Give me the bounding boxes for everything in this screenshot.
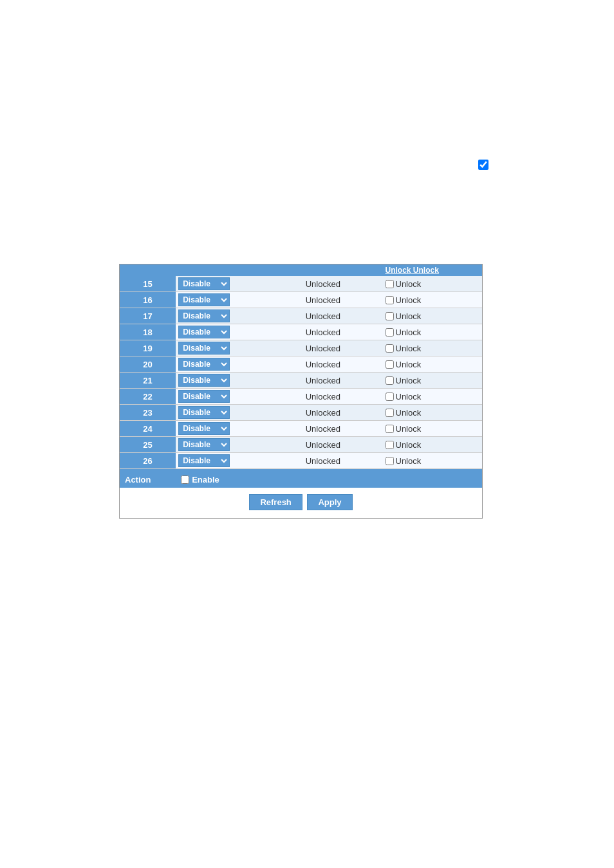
unlock-cell: Unlock (383, 437, 483, 453)
action-row: Action Enable (120, 472, 482, 488)
unlock-cell: Unlock (383, 373, 483, 389)
unlock-cell: Unlock (383, 405, 483, 421)
table-row: 20 DisableEnable Unlocked Unlock (120, 356, 482, 373)
unlock-checkbox[interactable] (386, 425, 394, 433)
port-number: 17 (120, 308, 176, 324)
action-select[interactable]: DisableEnable (178, 358, 230, 371)
unlock-checkbox[interactable] (386, 409, 394, 417)
port-number: 25 (120, 437, 176, 453)
partial-header-col2 (176, 264, 263, 276)
unlock-cell: Unlock (383, 453, 483, 469)
table-row: 25 DisableEnable Unlocked Unlock (120, 437, 482, 453)
page-wrapper: Unlock Unlock 15 DisableEnable Unlocked … (0, 0, 614, 868)
status-cell: Unlocked (263, 437, 382, 453)
action-select[interactable]: DisableEnable (178, 374, 230, 387)
action-select[interactable]: DisableEnable (178, 277, 230, 290)
unlock-checkbox[interactable] (386, 360, 394, 369)
port-number: 24 (120, 421, 176, 437)
action-cell[interactable]: DisableEnable (176, 437, 263, 453)
unlock-checkbox[interactable] (386, 457, 394, 465)
unlock-cell: Unlock (383, 421, 483, 437)
status-cell: Unlocked (263, 340, 382, 356)
enable-label: Enable (192, 475, 219, 485)
action-select[interactable]: DisableEnable (178, 406, 230, 419)
port-number: 16 (120, 292, 176, 308)
status-cell: Unlocked (263, 405, 382, 421)
port-number: 15 (120, 276, 176, 292)
action-cell[interactable]: DisableEnable (176, 453, 263, 469)
partial-header-row: Unlock Unlock (120, 264, 482, 276)
action-enable-cell: Enable (176, 472, 482, 488)
table-row: 18 DisableEnable Unlocked Unlock (120, 324, 482, 340)
table-row: 23 DisableEnable Unlocked Unlock (120, 405, 482, 421)
action-select[interactable]: DisableEnable (178, 342, 230, 355)
action-cell[interactable]: DisableEnable (176, 373, 263, 389)
status-cell: Unlocked (263, 389, 382, 405)
port-table: Unlock Unlock 15 DisableEnable Unlocked … (120, 264, 482, 488)
port-number: 18 (120, 324, 176, 340)
action-select[interactable]: DisableEnable (178, 422, 230, 435)
action-cell[interactable]: DisableEnable (176, 292, 263, 308)
status-cell: Unlocked (263, 356, 382, 373)
status-cell: Unlocked (263, 292, 382, 308)
table-row: 24 DisableEnable Unlocked Unlock (120, 421, 482, 437)
table-row: 22 DisableEnable Unlocked Unlock (120, 389, 482, 405)
action-cell[interactable]: DisableEnable (176, 340, 263, 356)
table-row: 21 DisableEnable Unlocked Unlock (120, 373, 482, 389)
refresh-button[interactable]: Refresh (249, 494, 302, 510)
top-checkbox[interactable] (478, 160, 488, 170)
table-row: 19 DisableEnable Unlocked Unlock (120, 340, 482, 356)
action-cell[interactable]: DisableEnable (176, 276, 263, 292)
table-row: 17 DisableEnable Unlocked Unlock (120, 308, 482, 324)
action-cell[interactable]: DisableEnable (176, 405, 263, 421)
action-label: Action (125, 475, 151, 485)
port-number: 23 (120, 405, 176, 421)
partial-header-col1 (120, 264, 176, 276)
unlock-cell: Unlock (383, 356, 483, 373)
unlock-cell: Unlock (383, 292, 483, 308)
apply-button[interactable]: Apply (307, 494, 352, 510)
unlock-checkbox[interactable] (386, 280, 394, 288)
unlock-checkbox[interactable] (386, 296, 394, 304)
unlock-cell: Unlock (383, 276, 483, 292)
action-select[interactable]: DisableEnable (178, 309, 230, 322)
action-label-cell: Action (120, 472, 176, 488)
buttons-row: Refresh Apply (120, 488, 482, 518)
action-select[interactable]: DisableEnable (178, 293, 230, 306)
status-cell: Unlocked (263, 308, 382, 324)
action-cell[interactable]: DisableEnable (176, 389, 263, 405)
status-cell: Unlocked (263, 421, 382, 437)
table-row: 26 DisableEnable Unlocked Unlock (120, 453, 482, 469)
action-select[interactable]: DisableEnable (178, 438, 230, 451)
table-container: Unlock Unlock 15 DisableEnable Unlocked … (119, 264, 483, 519)
port-number: 22 (120, 389, 176, 405)
enable-area: Enable (181, 475, 477, 485)
action-select[interactable]: DisableEnable (178, 390, 230, 403)
action-select[interactable]: DisableEnable (178, 326, 230, 338)
top-checkbox-area (478, 160, 488, 172)
port-number: 26 (120, 453, 176, 469)
table-row: 15 DisableEnable Unlocked Unlock (120, 276, 482, 292)
action-cell[interactable]: DisableEnable (176, 324, 263, 340)
port-number: 20 (120, 356, 176, 373)
unlock-cell: Unlock (383, 324, 483, 340)
partial-header-col4: Unlock Unlock (383, 264, 483, 276)
table-row: 16 DisableEnable Unlocked Unlock (120, 292, 482, 308)
action-select[interactable]: DisableEnable (178, 454, 230, 467)
unlock-checkbox[interactable] (386, 344, 394, 353)
unlock-cell: Unlock (383, 340, 483, 356)
enable-checkbox[interactable] (181, 476, 189, 484)
action-cell[interactable]: DisableEnable (176, 308, 263, 324)
action-cell[interactable]: DisableEnable (176, 421, 263, 437)
status-cell: Unlocked (263, 453, 382, 469)
unlock-checkbox[interactable] (386, 392, 394, 401)
unlock-cell: Unlock (383, 308, 483, 324)
unlock-checkbox[interactable] (386, 312, 394, 320)
unlock-checkbox[interactable] (386, 376, 394, 385)
action-cell[interactable]: DisableEnable (176, 356, 263, 373)
port-number: 19 (120, 340, 176, 356)
unlock-cell: Unlock (383, 389, 483, 405)
port-number: 21 (120, 373, 176, 389)
unlock-checkbox[interactable] (386, 441, 394, 449)
unlock-checkbox[interactable] (386, 328, 394, 337)
